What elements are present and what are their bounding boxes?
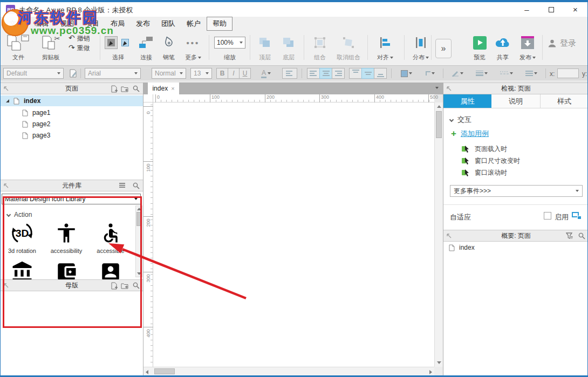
- font-family-select[interactable]: Arial: [85, 68, 141, 79]
- outline-item-index[interactable]: index: [449, 244, 475, 251]
- line-color-button[interactable]: [447, 68, 468, 79]
- tab-properties[interactable]: 属性: [443, 94, 491, 108]
- canvas-vertical-scrollbar[interactable]: [434, 102, 443, 367]
- page-tree-item-page1[interactable]: page1: [1, 107, 143, 118]
- align-left-button[interactable]: [307, 68, 320, 79]
- canvas-horizontal-scrollbar[interactable]: [143, 367, 434, 375]
- line-style-button[interactable]: [496, 68, 517, 79]
- widget-library-select[interactable]: Material Design Icon Library: [2, 194, 141, 204]
- menu-edit[interactable]: 编辑: [29, 17, 54, 30]
- x-coordinate-input[interactable]: [557, 68, 579, 78]
- ungroup-button[interactable]: 取消组合: [333, 33, 364, 61]
- search-icon[interactable]: [133, 182, 140, 191]
- menu-account[interactable]: 帐户: [181, 17, 206, 30]
- add-page-icon[interactable]: [111, 282, 118, 291]
- font-color-button[interactable]: A: [255, 68, 277, 79]
- widget-accessibility[interactable]: accessibility: [45, 222, 88, 254]
- clipboard-group[interactable]: ✂ 剪贴板: [35, 33, 66, 61]
- send-to-back-button[interactable]: 底层: [278, 33, 299, 61]
- add-case-link[interactable]: + 添加用例: [451, 129, 489, 139]
- event-onpageload[interactable]: 页面载入时: [462, 144, 507, 154]
- valign-middle-button[interactable]: [361, 68, 374, 79]
- search-icon[interactable]: [133, 85, 140, 94]
- close-button[interactable]: ×: [563, 2, 587, 17]
- minimize-button[interactable]: –: [515, 2, 539, 17]
- add-folder-icon[interactable]: [121, 85, 129, 94]
- zoom-select[interactable]: 100%: [214, 37, 245, 49]
- font-size-select[interactable]: 13: [190, 68, 212, 79]
- file-group[interactable]: 文件: [4, 33, 33, 61]
- widget-3d-rotation[interactable]: 3D 3d rotation: [1, 222, 44, 254]
- preview-button[interactable]: 预览: [469, 33, 490, 61]
- style-preset-select[interactable]: Default: [3, 68, 64, 79]
- search-icon[interactable]: [133, 282, 140, 291]
- widget-account-balance[interactable]: [1, 261, 44, 279]
- menu-view[interactable]: 视图: [54, 17, 79, 30]
- line-spacing-button[interactable]: [282, 68, 297, 79]
- add-page-icon[interactable]: [111, 85, 118, 94]
- menu-team[interactable]: 团队: [156, 17, 181, 30]
- scrollbar-thumb[interactable]: [154, 368, 175, 374]
- pen-tool[interactable]: 钢笔: [159, 33, 179, 61]
- align-button[interactable]: 对齐: [373, 33, 398, 61]
- menu-help[interactable]: 帮助: [207, 17, 233, 31]
- event-onwindowscroll[interactable]: 窗口滚动时: [462, 168, 507, 177]
- scrollbar-thumb[interactable]: [436, 111, 442, 138]
- tab-close-icon[interactable]: ×: [171, 85, 174, 92]
- page-tree-item-page3[interactable]: page3: [1, 130, 143, 141]
- page-tree-item-page2[interactable]: page2: [1, 119, 143, 129]
- valign-bottom-button[interactable]: [374, 68, 387, 79]
- menu-project[interactable]: 项目: [80, 17, 105, 30]
- menu-arrange[interactable]: 布局: [105, 17, 130, 30]
- connect-tool[interactable]: 连接: [135, 33, 157, 61]
- tab-list-dropdown-icon[interactable]: [435, 87, 439, 89]
- add-folder-icon[interactable]: [121, 282, 129, 291]
- publish-button[interactable]: 发布: [515, 33, 540, 61]
- search-icon[interactable]: [578, 232, 585, 241]
- widget-accessible[interactable]: accessible: [89, 222, 132, 254]
- tab-notes[interactable]: 说明: [491, 94, 540, 108]
- widget-account-balance-wallet[interactable]: [45, 261, 88, 279]
- panel-menu-icon[interactable]: [119, 182, 126, 190]
- library-scrollbar[interactable]: [135, 205, 142, 277]
- more-tools[interactable]: ••• 更多: [181, 33, 206, 61]
- corner-radius-button[interactable]: [420, 68, 440, 79]
- align-center-button[interactable]: [319, 68, 332, 79]
- font-weight-select[interactable]: Normal: [152, 68, 186, 79]
- menu-file[interactable]: 文件: [4, 17, 29, 30]
- valign-top-button[interactable]: [349, 68, 362, 79]
- share-button[interactable]: 共享: [491, 33, 514, 61]
- library-section-action[interactable]: Action: [7, 211, 32, 218]
- underline-button[interactable]: U: [239, 68, 251, 79]
- align-right-button[interactable]: [332, 68, 345, 79]
- filter-icon[interactable]: [566, 232, 573, 241]
- toolbar-overflow-button[interactable]: »: [435, 39, 452, 58]
- fill-color-button[interactable]: [395, 68, 417, 79]
- line-width-button[interactable]: [471, 68, 493, 79]
- distribute-button[interactable]: 分布: [408, 33, 433, 61]
- tree-expand-icon[interactable]: [6, 99, 9, 102]
- widget-account-box[interactable]: [89, 261, 132, 279]
- page-tree-item-index[interactable]: index: [1, 95, 143, 106]
- more-events-select[interactable]: 更多事件>>>: [450, 185, 583, 197]
- select-intersect-button[interactable]: [105, 36, 118, 49]
- italic-button[interactable]: I: [228, 68, 240, 79]
- maximize-button[interactable]: [539, 2, 563, 17]
- adaptive-views-icon[interactable]: [572, 212, 582, 220]
- event-onwindowresize[interactable]: 窗口尺寸改变时: [462, 156, 520, 166]
- tab-style[interactable]: 样式: [541, 94, 588, 108]
- adaptive-enable-checkbox[interactable]: [544, 212, 551, 220]
- arrow-style-button[interactable]: [521, 68, 542, 79]
- bring-to-front-button[interactable]: 顶层: [254, 33, 276, 61]
- redo-button[interactable]: ↷重做: [69, 43, 99, 53]
- interactions-section-header[interactable]: 交互: [450, 115, 471, 125]
- edit-style-button[interactable]: [67, 68, 79, 79]
- login-button[interactable]: 登录: [548, 38, 576, 49]
- select-contain-button[interactable]: [119, 36, 132, 49]
- menu-publish[interactable]: 发布: [131, 17, 155, 30]
- undo-button[interactable]: ↶撤销: [69, 33, 99, 43]
- bold-button[interactable]: B: [216, 68, 228, 79]
- group-button[interactable]: 组合: [309, 33, 331, 61]
- design-canvas[interactable]: [153, 102, 434, 367]
- canvas-tab-index[interactable]: index ×: [148, 83, 179, 94]
